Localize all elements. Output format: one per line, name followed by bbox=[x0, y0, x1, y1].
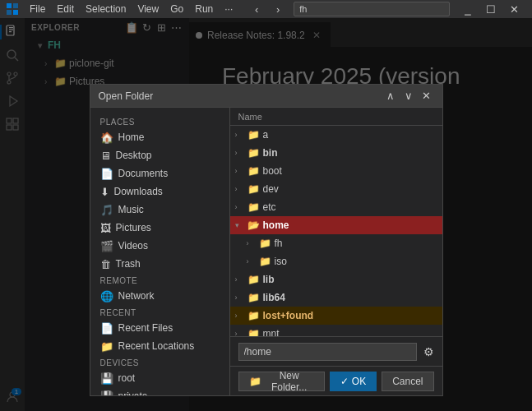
places-item-documents[interactable]: 📄 Documents bbox=[90, 164, 229, 182]
files-column-name: Name bbox=[238, 112, 262, 122]
folder-icon: 📁 bbox=[248, 274, 260, 285]
dialog-overlay: Open Folder ∧ ∨ ✕ Places 🏠 Home 🖥 Deskto… bbox=[0, 18, 532, 411]
chevron-icon: › bbox=[247, 239, 257, 247]
file-item-a[interactable]: › 📁 a bbox=[230, 126, 442, 144]
menu-file[interactable]: File bbox=[25, 2, 50, 16]
path-input[interactable] bbox=[238, 343, 417, 361]
file-item-lib64[interactable]: › 📁 lib64 bbox=[230, 289, 442, 307]
file-name: lost+found bbox=[263, 310, 314, 321]
global-search[interactable] bbox=[294, 2, 450, 16]
cancel-label: Cancel bbox=[392, 376, 423, 387]
place-label: root bbox=[118, 372, 136, 384]
folder-open-icon: 📂 bbox=[248, 219, 260, 231]
file-item-lost-found[interactable]: › 📁 lost+found bbox=[230, 307, 442, 325]
places-item-downloads[interactable]: ⬇ Downloads bbox=[90, 182, 229, 201]
folder-icon: 📁 bbox=[248, 165, 260, 177]
menu-edit[interactable]: Edit bbox=[52, 2, 79, 16]
file-name: bin bbox=[263, 147, 278, 159]
file-item-mnt[interactable]: › 📁 mnt bbox=[230, 325, 442, 336]
svg-rect-1 bbox=[13, 3, 18, 8]
file-name: home bbox=[263, 219, 289, 231]
ok-label: OK bbox=[352, 376, 366, 387]
menu-selection[interactable]: Selection bbox=[81, 2, 131, 16]
recent-files-icon: 📄 bbox=[100, 322, 113, 335]
file-name: iso bbox=[275, 256, 287, 267]
dialog-expand-button[interactable]: ∨ bbox=[401, 89, 416, 104]
cancel-button[interactable]: Cancel bbox=[382, 372, 433, 391]
minimize-button[interactable]: ⎯ bbox=[456, 0, 479, 18]
titlebar: File Edit Selection View Go Run ··· ‹ › … bbox=[0, 0, 532, 18]
documents-icon: 📄 bbox=[100, 168, 113, 180]
file-name: boot bbox=[263, 165, 282, 177]
folder-icon: 📁 bbox=[260, 238, 271, 249]
network-icon: 🌐 bbox=[100, 290, 113, 302]
places-item-music[interactable]: 🎵 Music bbox=[90, 201, 229, 219]
places-item-private[interactable]: 💾 private bbox=[90, 387, 229, 395]
menu-bar: File Edit Selection View Go Run ··· bbox=[25, 2, 238, 16]
places-item-network[interactable]: 🌐 Network bbox=[90, 287, 229, 305]
close-button[interactable]: ✕ bbox=[502, 0, 525, 18]
folder-icon: 📁 bbox=[248, 328, 260, 336]
ok-icon: ✓ bbox=[340, 376, 349, 387]
places-item-videos[interactable]: 🎬 Videos bbox=[90, 237, 229, 255]
places-item-recent-locations[interactable]: 📁 Recent Locations bbox=[90, 337, 229, 355]
nav-forward-button[interactable]: › bbox=[269, 2, 287, 16]
places-item-pictures[interactable]: 🖼 Pictures bbox=[90, 219, 229, 237]
svg-rect-3 bbox=[13, 10, 18, 15]
chevron-icon: › bbox=[235, 330, 245, 336]
chevron-icon: › bbox=[235, 312, 245, 320]
remote-section-label: Remote bbox=[90, 273, 229, 287]
places-item-home[interactable]: 🏠 Home bbox=[90, 128, 229, 146]
file-item-dev[interactable]: › 📁 dev bbox=[230, 180, 442, 198]
new-folder-button[interactable]: 📁 New Folder... bbox=[238, 372, 325, 391]
menu-run[interactable]: Run bbox=[190, 2, 218, 16]
file-item-etc[interactable]: › 📁 etc bbox=[230, 198, 442, 216]
chevron-icon: › bbox=[235, 275, 245, 284]
maximize-button[interactable]: ☐ bbox=[479, 0, 502, 18]
folder-icon: 📁 bbox=[248, 201, 260, 213]
home-icon: 🏠 bbox=[100, 132, 113, 144]
menu-go[interactable]: Go bbox=[165, 2, 188, 16]
folder-icon: 📁 bbox=[260, 256, 271, 267]
pictures-icon: 🖼 bbox=[100, 222, 111, 234]
search-input[interactable] bbox=[299, 4, 444, 14]
nav-buttons: ‹ › bbox=[247, 2, 287, 16]
file-item-fh[interactable]: › 📁 fh bbox=[230, 234, 442, 252]
file-item-home[interactable]: ▾ 📂 home bbox=[230, 216, 442, 234]
place-label: Documents bbox=[118, 168, 169, 179]
place-label: Recent Files bbox=[118, 322, 173, 334]
dialog-collapse-button[interactable]: ∧ bbox=[383, 89, 398, 104]
root-icon: 💾 bbox=[100, 372, 113, 385]
places-item-recent-files[interactable]: 📄 Recent Files bbox=[90, 319, 229, 337]
files-list: › 📁 a › 📁 bin › 📁 boot bbox=[230, 126, 442, 336]
path-settings-icon[interactable]: ⚙ bbox=[423, 345, 434, 358]
dialog-close-button[interactable]: ✕ bbox=[419, 89, 434, 104]
file-item-bin[interactable]: › 📁 bin bbox=[230, 144, 442, 162]
file-name: lib bbox=[263, 274, 275, 285]
chevron-icon: ▾ bbox=[235, 221, 245, 229]
chevron-icon: › bbox=[235, 131, 245, 139]
file-name: dev bbox=[263, 183, 279, 195]
menu-view[interactable]: View bbox=[132, 2, 164, 16]
chevron-icon: › bbox=[235, 167, 245, 175]
file-item-lib[interactable]: › 📁 lib bbox=[230, 270, 442, 289]
places-item-trash[interactable]: 🗑 Trash bbox=[90, 255, 229, 273]
file-item-iso[interactable]: › 📁 iso bbox=[230, 252, 442, 270]
places-section-label: Places bbox=[90, 114, 229, 128]
places-panel: Places 🏠 Home 🖥 Desktop 📄 Documents ⬇ Do… bbox=[90, 108, 230, 395]
dialog-header: Open Folder ∧ ∨ ✕ bbox=[90, 85, 442, 108]
trash-icon: 🗑 bbox=[100, 258, 111, 270]
place-label: Home bbox=[118, 132, 145, 143]
place-label: Music bbox=[118, 204, 144, 215]
file-name: a bbox=[263, 129, 269, 141]
dialog-title: Open Folder bbox=[99, 90, 154, 102]
new-folder-icon: 📁 bbox=[249, 376, 261, 387]
nav-back-button[interactable]: ‹ bbox=[247, 2, 266, 16]
places-item-root[interactable]: 💾 root bbox=[90, 369, 229, 387]
folder-icon: 📁 bbox=[248, 129, 260, 141]
ok-button[interactable]: ✓ OK bbox=[330, 372, 377, 391]
desktop-icon: 🖥 bbox=[100, 150, 111, 162]
places-item-desktop[interactable]: 🖥 Desktop bbox=[90, 146, 229, 164]
menu-more[interactable]: ··· bbox=[220, 2, 238, 16]
file-item-boot[interactable]: › 📁 boot bbox=[230, 162, 442, 180]
